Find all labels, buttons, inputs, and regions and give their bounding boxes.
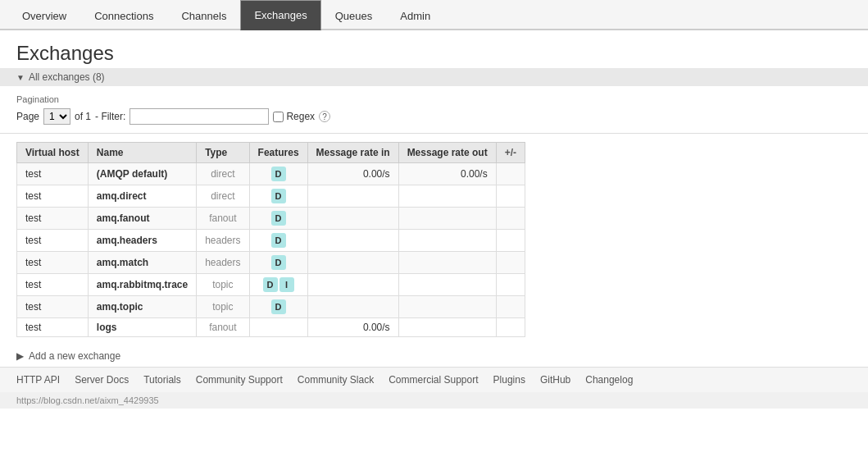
cell-type: headers xyxy=(197,230,249,252)
footer-link[interactable]: Server Docs xyxy=(75,374,129,386)
table-row: testamq.headersheadersD xyxy=(17,230,525,252)
cell-actions xyxy=(496,230,525,252)
cell-vhost: test xyxy=(17,185,89,208)
table-row: test(AMQP default)directD0.00/s0.00/s xyxy=(17,163,525,185)
cell-features: D xyxy=(249,163,307,185)
bottom-bar: https://blog.csdn.net/aixm_4429935 xyxy=(0,392,868,409)
cell-name[interactable]: amq.rabbitmq.trace xyxy=(88,274,196,296)
cell-rate-out: 0.00/s xyxy=(398,163,496,185)
cell-features: D xyxy=(249,230,307,252)
col-actions: +/- xyxy=(496,143,525,163)
col-type: Type xyxy=(197,143,249,163)
regex-text: Regex xyxy=(286,111,315,122)
cell-type: direct xyxy=(197,185,249,208)
footer-link[interactable]: Tutorials xyxy=(143,374,181,386)
footer: HTTP APIServer DocsTutorialsCommunity Su… xyxy=(0,367,868,392)
footer-link[interactable]: Community Slack xyxy=(298,374,374,386)
cell-rate-out xyxy=(398,208,496,230)
cell-actions xyxy=(496,163,525,185)
cell-name[interactable]: (AMQP default) xyxy=(88,163,196,185)
cell-type: fanout xyxy=(197,318,249,337)
cell-name[interactable]: amq.topic xyxy=(88,296,196,318)
table-row: testamq.directdirectD xyxy=(17,185,525,208)
cell-rate-in: 0.00/s xyxy=(307,163,398,185)
filter-text: - Filter: xyxy=(95,111,125,122)
table-row: testlogsfanout0.00/s xyxy=(17,318,525,337)
cell-rate-out xyxy=(398,318,496,337)
cell-vhost: test xyxy=(17,296,89,318)
footer-link[interactable]: Community Support xyxy=(196,374,283,386)
cell-type: topic xyxy=(197,274,249,296)
pagination-controls: Page 1 of 1 - Filter: Regex ? xyxy=(16,108,852,125)
cell-rate-in xyxy=(307,230,398,252)
cell-vhost: test xyxy=(17,318,89,337)
nav-admin[interactable]: Admin xyxy=(386,1,444,30)
nav-connections[interactable]: Connections xyxy=(80,1,167,30)
cell-actions xyxy=(496,296,525,318)
nav-exchanges[interactable]: Exchanges xyxy=(240,0,320,30)
col-rate-in: Message rate in xyxy=(307,143,398,163)
table-row: testamq.topictopicD xyxy=(17,296,525,318)
cell-rate-out xyxy=(398,274,496,296)
cell-name[interactable]: amq.fanout xyxy=(88,208,196,230)
section-label: All exchanges (8) xyxy=(29,71,105,83)
col-features: Features xyxy=(249,143,307,163)
footer-link[interactable]: Plugins xyxy=(493,374,525,386)
cell-name[interactable]: amq.headers xyxy=(88,230,196,252)
regex-label: Regex xyxy=(273,111,315,122)
cell-type: direct xyxy=(197,163,249,185)
footer-link[interactable]: Commercial Support xyxy=(389,374,478,386)
table-row: testamq.matchheadersD xyxy=(17,252,525,274)
cell-actions xyxy=(496,318,525,337)
col-name: Name xyxy=(88,143,196,163)
nav-overview[interactable]: Overview xyxy=(8,1,80,30)
add-exchange-triangle: ▶ xyxy=(16,350,24,362)
cell-features: D xyxy=(249,208,307,230)
cell-rate-in xyxy=(307,296,398,318)
pagination-label: Pagination xyxy=(16,94,852,104)
page-select[interactable]: 1 xyxy=(43,108,70,125)
nav-channels[interactable]: Channels xyxy=(167,1,240,30)
cell-name[interactable]: logs xyxy=(88,318,196,337)
cell-name[interactable]: amq.match xyxy=(88,252,196,274)
cell-rate-in xyxy=(307,185,398,208)
cell-features: D xyxy=(249,296,307,318)
cell-rate-out xyxy=(398,296,496,318)
page-title: Exchanges xyxy=(0,30,868,68)
cell-rate-out xyxy=(398,185,496,208)
cell-rate-out xyxy=(398,230,496,252)
cell-features: D xyxy=(249,185,307,208)
collapse-icon[interactable]: ▼ xyxy=(16,73,25,82)
regex-checkbox[interactable] xyxy=(273,112,284,122)
section-header: ▼ All exchanges (8) xyxy=(0,68,868,86)
cell-actions xyxy=(496,252,525,274)
cell-vhost: test xyxy=(17,252,89,274)
cell-actions xyxy=(496,208,525,230)
filter-input[interactable] xyxy=(130,108,269,125)
nav-queues[interactable]: Queues xyxy=(321,1,387,30)
cell-rate-in xyxy=(307,208,398,230)
pagination-section: Pagination Page 1 of 1 - Filter: Regex ? xyxy=(0,86,868,134)
exchanges-table: Virtual host Name Type Features Message … xyxy=(16,142,525,337)
cell-features: D xyxy=(249,252,307,274)
footer-link[interactable]: GitHub xyxy=(540,374,570,386)
cell-rate-in xyxy=(307,274,398,296)
cell-vhost: test xyxy=(17,274,89,296)
footer-link[interactable]: Changelog xyxy=(585,374,633,386)
col-vhost: Virtual host xyxy=(17,143,89,163)
cell-vhost: test xyxy=(17,208,89,230)
table-row: testamq.rabbitmq.tracetopicDI xyxy=(17,274,525,296)
col-rate-out: Message rate out xyxy=(398,143,496,163)
cell-features xyxy=(249,318,307,337)
cell-type: headers xyxy=(197,252,249,274)
footer-link[interactable]: HTTP API xyxy=(16,374,60,386)
main-nav: Overview Connections Channels Exchanges … xyxy=(0,0,868,30)
cell-vhost: test xyxy=(17,230,89,252)
cell-type: topic xyxy=(197,296,249,318)
add-exchange-section[interactable]: ▶ Add a new exchange xyxy=(0,345,868,367)
help-icon[interactable]: ? xyxy=(319,111,330,122)
cell-actions xyxy=(496,185,525,208)
cell-name[interactable]: amq.direct xyxy=(88,185,196,208)
table-container: Virtual host Name Type Features Message … xyxy=(0,134,868,345)
cell-vhost: test xyxy=(17,163,89,185)
